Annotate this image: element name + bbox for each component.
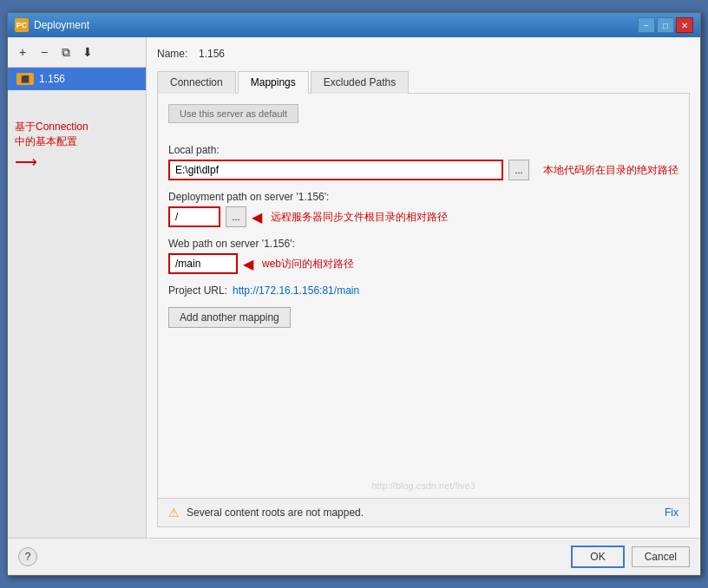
cancel-button[interactable]: Cancel bbox=[632, 546, 690, 567]
local-path-browse-button[interactable]: ... bbox=[508, 160, 529, 180]
watermark: http://blog.csdn.net/five3 bbox=[168, 480, 678, 491]
footer: ? OK Cancel bbox=[8, 538, 700, 575]
local-path-input-row bbox=[168, 160, 503, 180]
add-mapping-button[interactable]: Add another mapping bbox=[168, 307, 291, 328]
warning-bar: ⚠ Several content roots are not mapped. … bbox=[158, 498, 689, 526]
deployment-path-group: Deployment path on server '1.156': ... ◀… bbox=[168, 191, 678, 227]
web-path-input[interactable] bbox=[168, 253, 238, 274]
use-default-button[interactable]: Use this server as default bbox=[168, 104, 298, 123]
sidebar-toolbar: + − ⧉ ⬇ bbox=[8, 37, 146, 68]
fix-link[interactable]: Fix bbox=[665, 506, 678, 519]
content-spacer bbox=[168, 328, 678, 480]
deployment-path-arrow: ◀ bbox=[252, 209, 262, 225]
tab-bar: Connection Mappings Excluded Paths bbox=[157, 70, 690, 94]
title-controls: − □ ✕ bbox=[638, 17, 693, 33]
name-value: 1.156 bbox=[199, 48, 225, 60]
deployment-path-row: ... ◀ 远程服务器同步文件根目录的相对路径 bbox=[168, 206, 678, 227]
local-path-label: Local path: bbox=[168, 144, 678, 156]
server-item[interactable]: ⬛ 1.156 bbox=[8, 68, 146, 90]
warning-text: Several content roots are not mapped. bbox=[187, 506, 658, 519]
deployment-path-input[interactable] bbox=[168, 206, 220, 227]
deployment-path-hint: 远程服务器同步文件根目录的相对路径 bbox=[271, 210, 448, 225]
sidebar: + − ⧉ ⬇ ⬛ 1.156 基于Connection中的基本配置 ⟶ bbox=[8, 37, 147, 538]
sidebar-hint-text: 基于Connection中的基本配置 bbox=[15, 121, 88, 147]
server-name: 1.156 bbox=[39, 73, 65, 85]
project-url-link[interactable]: http://172.16.1.156:81/main bbox=[233, 284, 359, 297]
server-icon: ⬛ bbox=[16, 73, 34, 85]
sidebar-annotation: 基于Connection中的基本配置 ⟶ bbox=[11, 116, 146, 175]
deployment-path-browse-button[interactable]: ... bbox=[226, 206, 246, 227]
deployment-path-label: Deployment path on server '1.156': bbox=[168, 191, 678, 203]
remove-server-button[interactable]: − bbox=[35, 42, 54, 62]
move-server-button[interactable]: ⬇ bbox=[78, 42, 97, 62]
window-body: + − ⧉ ⬇ ⬛ 1.156 基于Connection中的基本配置 ⟶ Nam… bbox=[8, 37, 700, 538]
tab-connection[interactable]: Connection bbox=[157, 71, 236, 94]
web-path-arrow: ◀ bbox=[243, 256, 253, 272]
title-bar-left: PC Deployment bbox=[15, 18, 89, 32]
app-icon: PC bbox=[15, 18, 29, 32]
local-path-group: Local path: ... 本地代码所在目录的绝对路径 bbox=[168, 144, 678, 180]
tab-excluded-paths[interactable]: Excluded Paths bbox=[311, 71, 409, 94]
web-path-row: ◀ web访问的相对路径 bbox=[168, 253, 678, 274]
project-url-label: Project URL: bbox=[168, 284, 227, 297]
add-mapping-container: Add another mapping bbox=[168, 307, 678, 328]
help-button[interactable]: ? bbox=[18, 547, 37, 566]
ok-button[interactable]: OK bbox=[571, 546, 624, 568]
local-path-input[interactable] bbox=[168, 160, 503, 180]
tab-mappings[interactable]: Mappings bbox=[238, 71, 309, 94]
local-path-hint: 本地代码所在目录的绝对路径 bbox=[543, 163, 678, 178]
deployment-window: PC Deployment − □ ✕ + − ⧉ ⬇ ⬛ 1.156 基于Co… bbox=[7, 12, 701, 576]
footer-left: ? bbox=[18, 547, 564, 566]
sidebar-arrow: ⟶ bbox=[15, 153, 142, 172]
window-title: Deployment bbox=[34, 19, 89, 31]
copy-server-button[interactable]: ⧉ bbox=[56, 42, 75, 62]
use-default-container: Use this server as default bbox=[168, 104, 678, 135]
add-server-button[interactable]: + bbox=[13, 42, 32, 62]
web-path-group: Web path on server '1.156': ◀ web访问的相对路径 bbox=[168, 238, 678, 274]
project-url-row: Project URL: http://172.16.1.156:81/main bbox=[168, 284, 678, 297]
warning-icon: ⚠ bbox=[168, 506, 180, 519]
main-panel: Name: 1.156 Connection Mappings Excluded… bbox=[147, 37, 700, 538]
title-bar: PC Deployment − □ ✕ bbox=[8, 13, 700, 37]
web-path-label: Web path on server '1.156': bbox=[168, 238, 678, 250]
web-path-hint: web访问的相对路径 bbox=[262, 257, 354, 271]
local-path-row: ... 本地代码所在目录的绝对路径 bbox=[168, 160, 678, 180]
maximize-button[interactable]: □ bbox=[657, 17, 674, 33]
name-row: Name: 1.156 bbox=[157, 48, 690, 60]
tab-content-mappings: Use this server as default Local path: .… bbox=[157, 94, 690, 527]
close-button[interactable]: ✕ bbox=[676, 17, 693, 33]
name-label: Name: bbox=[157, 48, 192, 60]
minimize-button[interactable]: − bbox=[638, 17, 655, 33]
